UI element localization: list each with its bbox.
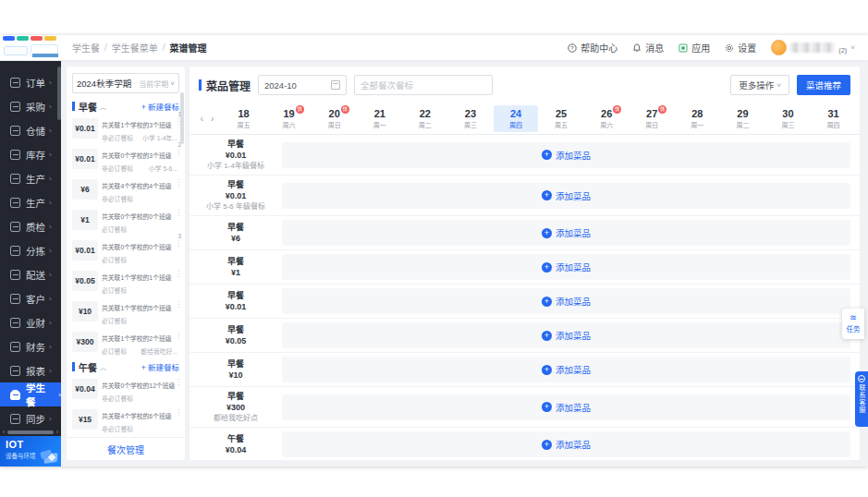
sidebar-item[interactable]: 生产 › <box>0 190 61 214</box>
sidebar-item-label: 生产 <box>26 196 45 210</box>
sidebar-item[interactable]: 库存 › <box>0 142 61 166</box>
add-dish-button[interactable]: + 添加菜品 <box>542 189 591 202</box>
date-cell[interactable]: 18 周五 <box>222 105 265 132</box>
chevron-up-icon[interactable]: ︿ <box>100 362 106 371</box>
sidebar-item[interactable]: 配送 › <box>0 262 61 286</box>
meal-standard-item[interactable]: ¥300 共关联1个学校的2个班级 必订餐标 都给我吃好... ⋮ <box>72 328 177 356</box>
chevron-right-icon: › <box>49 319 52 327</box>
more-icon[interactable]: ⋮ <box>175 270 182 278</box>
date-cell[interactable]: 28 周一 <box>676 105 719 132</box>
help-center-button[interactable]: ? 帮助中心 <box>568 41 617 55</box>
meal-standard-item[interactable]: ¥0.05 共关联1个学校的1个班级 必订餐标 ⋮ <box>72 267 177 295</box>
meal-session-manage-button[interactable]: 餐次管理 <box>67 437 185 460</box>
settings-button[interactable]: 设置 <box>725 41 756 55</box>
sidebar-item[interactable]: 学生餐 › <box>0 382 61 406</box>
more-icon[interactable]: ⋮ <box>175 178 182 187</box>
date-cell[interactable]: 23 周三 <box>448 105 492 132</box>
date-cell[interactable]: 20 休 周日 <box>312 105 356 132</box>
add-dish-button[interactable]: + 添加菜品 <box>542 438 591 451</box>
date-cell[interactable]: 30 周三 <box>766 105 810 132</box>
add-dish-button[interactable]: + 添加菜品 <box>542 329 591 342</box>
sidebar-item[interactable]: 生产 › <box>0 166 61 190</box>
more-icon[interactable]: ⋮ <box>175 148 182 156</box>
sidebar-item[interactable]: 质检 › <box>0 214 61 238</box>
next-icon[interactable]: › <box>211 114 214 124</box>
more-icon[interactable]: ⋮ <box>175 300 182 309</box>
prev-icon[interactable]: ‹ <box>201 114 203 124</box>
sidebar-item[interactable]: 报表 › <box>0 358 61 382</box>
meal-standard-item[interactable]: ¥15 共关联4个学校的6个班级 非必订餐标 ⋮ <box>72 406 177 433</box>
month-picker[interactable]: 2024-10 <box>258 75 347 95</box>
sidebar-item[interactable]: 仓储 › <box>0 118 61 142</box>
recipe-recommend-button[interactable]: 菜谱推荐 <box>797 75 850 95</box>
meal-standard-item[interactable]: ¥0.01 2 共关联0个学校的3个班级 非必订餐标 小学 5-6... ⋮ <box>72 145 177 173</box>
meal-standard-item[interactable]: ¥1 共关联0个学校的0个班级 必订餐标 ⋮ <box>72 206 177 234</box>
messages-button[interactable]: 消息 <box>632 41 664 55</box>
date-cell[interactable]: 31 周四 <box>812 105 855 132</box>
sidebar-horizontal-scrollbar[interactable]: ‹ › <box>0 428 61 436</box>
more-icon[interactable]: ⋮ <box>175 408 182 417</box>
section-header-breakfast: 早餐 ︿ + 新建餐标 <box>67 98 185 115</box>
add-dish-button[interactable]: + 添加菜品 <box>542 401 591 414</box>
add-dish-button[interactable]: + 添加菜品 <box>542 295 591 308</box>
dish-slot: + 添加菜品 <box>282 431 850 457</box>
price-box: ¥0.05 <box>72 271 98 291</box>
meal-name: 早餐 <box>189 324 282 335</box>
more-icon[interactable]: ⋮ <box>175 209 182 217</box>
semester-select[interactable]: 2024秋季学期 当前学期 ˅ <box>72 73 179 93</box>
add-dish-button[interactable]: + 添加菜品 <box>542 261 591 273</box>
sidebar-item[interactable]: 客户 › <box>0 286 61 310</box>
apps-button[interactable]: 应用 <box>679 41 710 55</box>
sidebar-item[interactable]: 订单 › <box>0 70 61 94</box>
sidebar-item[interactable]: 业财 › <box>0 310 61 334</box>
scroll-thumb[interactable] <box>7 430 53 434</box>
date-cell[interactable]: 22 周二 <box>403 105 446 132</box>
meal-standard-item[interactable]: ¥6 共关联4个学校的4个班级 非必订餐标 ⋮ <box>72 176 177 203</box>
scroll-right-icon[interactable]: › <box>56 428 58 436</box>
meal-standard-item[interactable]: ¥0.01 3 共关联0个学校的0个班级 必订餐标 ⋮ <box>72 236 177 264</box>
meal-filter-select[interactable]: 全部餐次餐标 <box>354 75 493 95</box>
standard-type-text: 非必订餐标 <box>102 194 133 203</box>
new-meal-standard-button[interactable]: + 新建餐标 <box>141 101 179 112</box>
task-drawer-tab[interactable]: ≋ 任务 <box>842 309 864 339</box>
menu-icon <box>10 246 20 256</box>
breadcrumb-item[interactable]: 学生餐菜单 <box>112 41 158 55</box>
sidebar-item[interactable]: 采购 › <box>0 94 61 118</box>
add-dish-button[interactable]: + 添加菜品 <box>542 149 591 162</box>
meal-standard-item[interactable]: ¥0.01 1 共关联1个学校的3个班级 非必订餐标 小学 1-4年... ⋮ <box>72 115 177 142</box>
sidebar-item-label: 分拣 <box>26 244 45 258</box>
chevron-up-icon[interactable]: ︿ <box>100 102 106 111</box>
more-actions-button[interactable]: 更多操作 ˅ <box>730 75 789 95</box>
add-dish-button[interactable]: + 添加菜品 <box>542 363 591 376</box>
section-header-lunch: 午餐 ︿ + 新建餐标 <box>67 358 185 375</box>
user-menu[interactable]: (2) ˅ <box>771 40 855 55</box>
add-dish-button[interactable]: + 添加菜品 <box>542 226 591 239</box>
meal-standard-item[interactable]: ¥0.04 共关联0个学校的12个班级 非必订餐标 ⋮ <box>72 375 177 403</box>
date-cell[interactable]: 26 休 周六 <box>585 105 629 132</box>
sidebar: 订单 › 采购 › 仓储 › 库存 › <box>0 61 61 436</box>
scroll-left-icon[interactable]: ‹ <box>3 428 5 436</box>
new-meal-standard-button[interactable]: + 新建餐标 <box>141 361 179 372</box>
customer-service-tab[interactable]: 联系客服 <box>855 371 868 427</box>
more-icon[interactable]: ⋮ <box>175 378 182 386</box>
date-cell[interactable]: 27 休 周日 <box>630 105 674 132</box>
date-cell[interactable]: 25 周五 <box>540 105 583 132</box>
dish-slot: + 添加菜品 <box>282 357 850 382</box>
panel-scrollbar[interactable] <box>180 92 184 144</box>
layers-icon: ≋ <box>850 314 857 322</box>
standard-type-text: 必订餐标 <box>102 285 127 295</box>
more-icon[interactable]: ⋮ <box>175 239 182 248</box>
date-cell[interactable]: 21 周一 <box>358 105 401 132</box>
date-cell[interactable]: 24 周四 <box>494 105 537 132</box>
date-cell[interactable]: 19 休 周六 <box>267 105 311 132</box>
date-cell[interactable]: 29 周二 <box>721 105 764 132</box>
menu-icon <box>10 318 20 328</box>
breadcrumb-item[interactable]: 学生餐 <box>72 41 100 55</box>
iot-banner[interactable]: IOT 设备与环境 <box>0 436 61 467</box>
breadcrumb-separator: / <box>104 42 107 53</box>
meal-standard-item[interactable]: ¥10 共关联1个学校的5个班级 必订餐标 ⋮ <box>72 297 177 325</box>
sidebar-item[interactable]: 财务 › <box>0 334 61 358</box>
sidebar-item[interactable]: 分拣 › <box>0 238 61 262</box>
more-icon[interactable]: ⋮ <box>175 331 182 339</box>
sidebar-scrollbar[interactable] <box>57 67 61 120</box>
